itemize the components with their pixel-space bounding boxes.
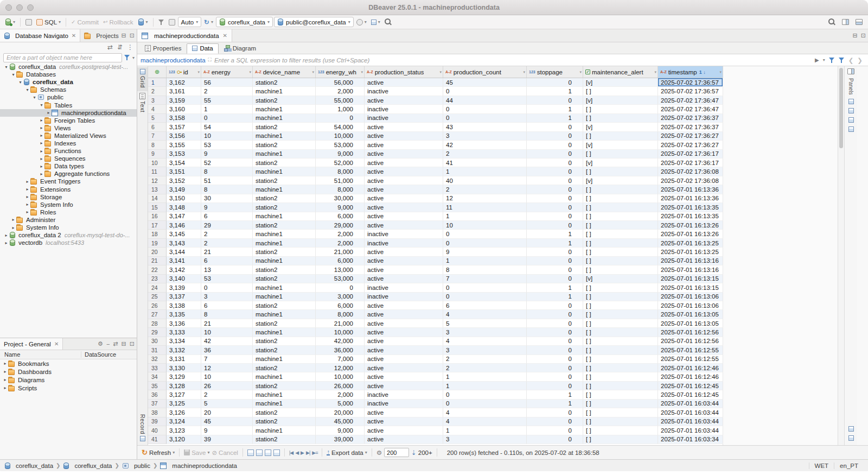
row-number[interactable]: 24 bbox=[148, 283, 167, 292]
cell-energy_wh[interactable]: 1,000 bbox=[316, 105, 365, 113]
cell-energy_wh[interactable]: 8,000 bbox=[316, 167, 365, 176]
cell-timestamp[interactable]: 2025-07-02 17:36:08 bbox=[658, 176, 723, 185]
cell-stoppage[interactable]: 1 bbox=[527, 390, 583, 399]
cell-id[interactable]: 3,124 bbox=[167, 417, 201, 426]
row-number[interactable]: 7 bbox=[148, 132, 167, 141]
duplicate-row-button[interactable] bbox=[265, 449, 271, 456]
refresh-connection-button[interactable]: ↻▾ bbox=[202, 17, 215, 27]
cell-energy[interactable]: 3 bbox=[201, 293, 253, 301]
cell-maintenance_alert[interactable]: [ ] bbox=[583, 372, 658, 381]
row-number[interactable]: 29 bbox=[148, 328, 167, 337]
cell-energy[interactable]: 0 bbox=[201, 283, 253, 292]
cell-energy[interactable]: 8 bbox=[201, 185, 253, 194]
tree-collapse-arrow-icon[interactable]: ▾ bbox=[24, 87, 30, 92]
row-number[interactable]: 12 bbox=[148, 176, 167, 185]
row-number[interactable]: 8 bbox=[148, 141, 167, 149]
row-number[interactable]: 23 bbox=[148, 275, 167, 283]
cell-id[interactable]: 3,147 bbox=[167, 212, 201, 221]
cell-stoppage[interactable]: 0 bbox=[527, 301, 583, 310]
tree-expand-arrow-icon[interactable]: ▸ bbox=[10, 225, 16, 230]
tab-project-general[interactable]: Project - General ✕ bbox=[0, 338, 63, 350]
cell-device_name[interactable]: machine1 bbox=[253, 257, 316, 265]
cell-production_status[interactable]: inactive bbox=[365, 230, 443, 238]
cell-stoppage[interactable]: 0 bbox=[527, 212, 583, 221]
cell-device_name[interactable]: machine1 bbox=[253, 105, 316, 113]
filter-history-caret-icon[interactable]: ▾ bbox=[823, 58, 825, 62]
tree-item-administer[interactable]: ▸Administer bbox=[0, 216, 137, 224]
cell-maintenance_alert[interactable]: [ ] bbox=[583, 355, 658, 364]
sort-indicator-icon[interactable]: 1 ↓ bbox=[699, 69, 706, 75]
locale-indicator[interactable]: en_PT bbox=[834, 463, 864, 469]
cell-timestamp[interactable]: 2025-07-01 16:13:06 bbox=[658, 301, 723, 310]
cell-energy[interactable]: 10 bbox=[201, 132, 253, 141]
cell-stoppage[interactable]: 1 bbox=[527, 293, 583, 301]
cell-device_name[interactable]: machine1 bbox=[253, 167, 316, 176]
object-filter-input[interactable] bbox=[3, 53, 122, 62]
cell-stoppage[interactable]: 0 bbox=[527, 265, 583, 274]
cell-energy_wh[interactable]: 45,000 bbox=[316, 417, 365, 426]
cell-stoppage[interactable]: 0 bbox=[527, 150, 583, 159]
project-item-scripts[interactable]: ▸Scripts bbox=[0, 384, 137, 392]
cell-device_name[interactable]: station2 bbox=[253, 382, 316, 390]
cell-energy[interactable]: 55 bbox=[201, 96, 253, 105]
maximize-view-icon[interactable]: ⊡ bbox=[861, 32, 866, 39]
breadcrumb-item-public[interactable]: public bbox=[122, 463, 150, 469]
cell-production_count[interactable]: 0 bbox=[443, 87, 527, 96]
cell-maintenance_alert[interactable]: [ ] bbox=[583, 426, 658, 435]
cell-timestamp[interactable]: 2025-07-01 16:13:15 bbox=[658, 275, 723, 283]
cell-production_status[interactable]: active bbox=[365, 221, 443, 230]
cell-energy[interactable]: 36 bbox=[201, 346, 253, 354]
cell-energy_wh[interactable]: 53,000 bbox=[316, 141, 365, 149]
cell-energy_wh[interactable]: 0 bbox=[316, 283, 365, 292]
calc-panel-icon[interactable] bbox=[848, 426, 854, 432]
cell-production_count[interactable]: 0 bbox=[443, 114, 527, 123]
column-filter-caret-icon[interactable]: ▾ bbox=[719, 70, 722, 74]
row-number[interactable]: 40 bbox=[148, 426, 167, 435]
tree-expand-arrow-icon[interactable]: ▸ bbox=[2, 377, 8, 382]
column-header-maintenance_alert[interactable]: ✓maintenance_alert▾ bbox=[583, 66, 658, 78]
cell-timestamp[interactable]: 2025-07-01 16:13:35 bbox=[658, 203, 723, 212]
cell-id[interactable]: 3,134 bbox=[167, 337, 201, 346]
grid-presentation-tab[interactable]: Grid bbox=[137, 67, 148, 91]
cell-device_name[interactable]: station2 bbox=[253, 417, 316, 426]
tree-item-functions[interactable]: ▸Functions bbox=[0, 147, 137, 155]
cell-id[interactable]: 3,152 bbox=[167, 176, 201, 185]
column-header-device_name[interactable]: A-Zdevice_name▾ bbox=[253, 66, 316, 78]
text-presentation-tab[interactable]: Text bbox=[137, 91, 148, 116]
cell-production_status[interactable]: active bbox=[365, 132, 443, 141]
cell-timestamp[interactable]: 2025-07-01 16:13:16 bbox=[658, 265, 723, 274]
row-number[interactable]: 30 bbox=[148, 337, 167, 346]
cell-device_name[interactable]: machine1 bbox=[253, 150, 316, 159]
cell-production_count[interactable]: 0 bbox=[443, 230, 527, 238]
project-item-diagrams[interactable]: ▸Diagrams bbox=[0, 376, 137, 384]
cell-energy_wh[interactable]: 9,000 bbox=[316, 426, 365, 435]
cell-energy[interactable]: 7 bbox=[201, 355, 253, 364]
cell-energy_wh[interactable]: 55,000 bbox=[316, 96, 365, 105]
cell-energy_wh[interactable]: 52,000 bbox=[316, 159, 365, 167]
tree-item-data-types[interactable]: ▸Data types bbox=[0, 162, 137, 170]
tree-item-roles[interactable]: ▸Roles bbox=[0, 208, 137, 216]
cell-timestamp[interactable]: 2025-07-02 17:36:27 bbox=[658, 132, 723, 141]
cell-production_count[interactable]: 2 bbox=[443, 185, 527, 194]
cell-timestamp[interactable]: 2025-07-01 16:03:34 bbox=[658, 435, 723, 444]
cell-maintenance_alert[interactable]: [v] bbox=[583, 176, 658, 185]
collapse-all-icon[interactable]: ⇵ bbox=[117, 43, 123, 51]
cell-id[interactable]: 3,151 bbox=[167, 167, 201, 176]
cell-energy[interactable]: 9 bbox=[201, 203, 253, 212]
row-number[interactable]: 34 bbox=[148, 372, 167, 381]
cell-stoppage[interactable]: 0 bbox=[527, 364, 583, 372]
cell-id[interactable]: 3,138 bbox=[167, 301, 201, 310]
cell-energy[interactable]: 56 bbox=[201, 78, 253, 87]
cell-production_status[interactable]: active bbox=[365, 426, 443, 435]
cell-maintenance_alert[interactable]: [ ] bbox=[583, 105, 658, 113]
search-objects-button[interactable] bbox=[383, 17, 393, 27]
cell-timestamp[interactable]: 2025-07-02 17:36:37 bbox=[658, 123, 723, 131]
column-header-energy_wh[interactable]: 123energy_wh▾ bbox=[316, 66, 365, 78]
cell-stoppage[interactable]: 0 bbox=[527, 417, 583, 426]
cell-energy_wh[interactable]: 6,000 bbox=[316, 301, 365, 310]
cell-stoppage[interactable]: 0 bbox=[527, 96, 583, 105]
cell-stoppage[interactable]: 0 bbox=[527, 141, 583, 149]
row-number[interactable]: 38 bbox=[148, 408, 167, 417]
cell-maintenance_alert[interactable]: [ ] bbox=[583, 283, 658, 292]
cell-id[interactable]: 3,142 bbox=[167, 265, 201, 274]
